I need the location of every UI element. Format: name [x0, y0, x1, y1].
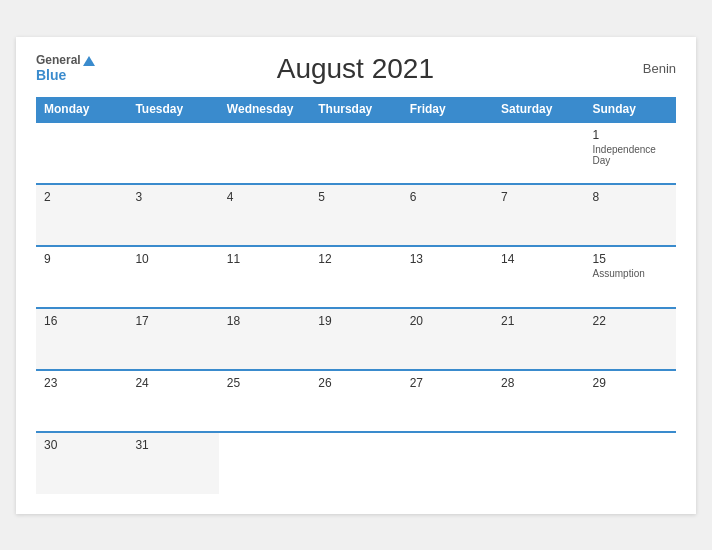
calendar-week-row: 16171819202122 — [36, 308, 676, 370]
day-number: 15 — [593, 252, 668, 266]
day-number: 24 — [135, 376, 210, 390]
day-number: 7 — [501, 190, 576, 204]
day-number: 27 — [410, 376, 485, 390]
weekday-header-sunday: Sunday — [585, 97, 676, 122]
weekday-header-wednesday: Wednesday — [219, 97, 310, 122]
calendar-cell — [585, 432, 676, 494]
day-number: 20 — [410, 314, 485, 328]
calendar-cell: 5 — [310, 184, 401, 246]
logo: General Blue — [36, 53, 95, 84]
day-number: 25 — [227, 376, 302, 390]
day-number: 14 — [501, 252, 576, 266]
calendar-cell: 18 — [219, 308, 310, 370]
calendar-cell: 11 — [219, 246, 310, 308]
day-number: 30 — [44, 438, 119, 452]
calendar-cell — [219, 122, 310, 184]
calendar-cell: 17 — [127, 308, 218, 370]
day-number: 4 — [227, 190, 302, 204]
calendar-cell: 2 — [36, 184, 127, 246]
day-number: 19 — [318, 314, 393, 328]
calendar-week-row: 2345678 — [36, 184, 676, 246]
calendar-cell: 21 — [493, 308, 584, 370]
calendar-cell: 7 — [493, 184, 584, 246]
weekday-header-tuesday: Tuesday — [127, 97, 218, 122]
calendar-cell: 15Assumption — [585, 246, 676, 308]
calendar-cell: 12 — [310, 246, 401, 308]
calendar-cell — [310, 432, 401, 494]
day-number: 9 — [44, 252, 119, 266]
calendar-container: General Blue August 2021 Benin MondayTue… — [16, 37, 696, 514]
calendar-cell: 30 — [36, 432, 127, 494]
day-number: 10 — [135, 252, 210, 266]
calendar-cell: 26 — [310, 370, 401, 432]
day-number: 8 — [593, 190, 668, 204]
weekday-header-saturday: Saturday — [493, 97, 584, 122]
country-name: Benin — [616, 61, 676, 76]
calendar-cell: 4 — [219, 184, 310, 246]
calendar-grid: MondayTuesdayWednesdayThursdayFridaySatu… — [36, 97, 676, 494]
weekday-header-thursday: Thursday — [310, 97, 401, 122]
calendar-cell: 10 — [127, 246, 218, 308]
day-number: 16 — [44, 314, 119, 328]
logo-triangle-icon — [83, 56, 95, 66]
calendar-cell: 14 — [493, 246, 584, 308]
calendar-cell: 29 — [585, 370, 676, 432]
day-number: 21 — [501, 314, 576, 328]
calendar-week-row: 3031 — [36, 432, 676, 494]
day-number: 17 — [135, 314, 210, 328]
logo-general-text: General — [36, 53, 95, 67]
calendar-cell: 25 — [219, 370, 310, 432]
calendar-cell: 8 — [585, 184, 676, 246]
calendar-cell — [127, 122, 218, 184]
calendar-cell: 22 — [585, 308, 676, 370]
day-number: 5 — [318, 190, 393, 204]
day-number: 28 — [501, 376, 576, 390]
calendar-week-row: 1Independence Day — [36, 122, 676, 184]
calendar-cell — [36, 122, 127, 184]
calendar-cell: 3 — [127, 184, 218, 246]
calendar-cell: 19 — [310, 308, 401, 370]
day-number: 12 — [318, 252, 393, 266]
calendar-header: General Blue August 2021 Benin — [36, 53, 676, 85]
weekday-header-row: MondayTuesdayWednesdayThursdayFridaySatu… — [36, 97, 676, 122]
calendar-cell — [493, 432, 584, 494]
calendar-title: August 2021 — [95, 53, 616, 85]
logo-blue-text: Blue — [36, 67, 95, 84]
day-number: 11 — [227, 252, 302, 266]
calendar-cell: 27 — [402, 370, 493, 432]
day-number: 31 — [135, 438, 210, 452]
calendar-cell: 28 — [493, 370, 584, 432]
weekday-header-monday: Monday — [36, 97, 127, 122]
day-number: 3 — [135, 190, 210, 204]
calendar-cell: 31 — [127, 432, 218, 494]
calendar-cell: 20 — [402, 308, 493, 370]
day-number: 23 — [44, 376, 119, 390]
calendar-cell — [493, 122, 584, 184]
day-number: 22 — [593, 314, 668, 328]
day-number: 6 — [410, 190, 485, 204]
day-number: 26 — [318, 376, 393, 390]
calendar-cell — [402, 122, 493, 184]
calendar-cell — [219, 432, 310, 494]
holiday-name: Assumption — [593, 268, 668, 279]
calendar-week-row: 23242526272829 — [36, 370, 676, 432]
holiday-name: Independence Day — [593, 144, 668, 166]
calendar-tbody: 1Independence Day23456789101112131415Ass… — [36, 122, 676, 494]
calendar-thead: MondayTuesdayWednesdayThursdayFridaySatu… — [36, 97, 676, 122]
calendar-cell: 6 — [402, 184, 493, 246]
calendar-week-row: 9101112131415Assumption — [36, 246, 676, 308]
calendar-cell — [402, 432, 493, 494]
calendar-cell: 13 — [402, 246, 493, 308]
day-number: 13 — [410, 252, 485, 266]
calendar-cell: 24 — [127, 370, 218, 432]
calendar-cell: 9 — [36, 246, 127, 308]
calendar-cell: 1Independence Day — [585, 122, 676, 184]
calendar-cell: 16 — [36, 308, 127, 370]
day-number: 2 — [44, 190, 119, 204]
day-number: 1 — [593, 128, 668, 142]
calendar-cell: 23 — [36, 370, 127, 432]
weekday-header-friday: Friday — [402, 97, 493, 122]
calendar-cell — [310, 122, 401, 184]
day-number: 29 — [593, 376, 668, 390]
day-number: 18 — [227, 314, 302, 328]
